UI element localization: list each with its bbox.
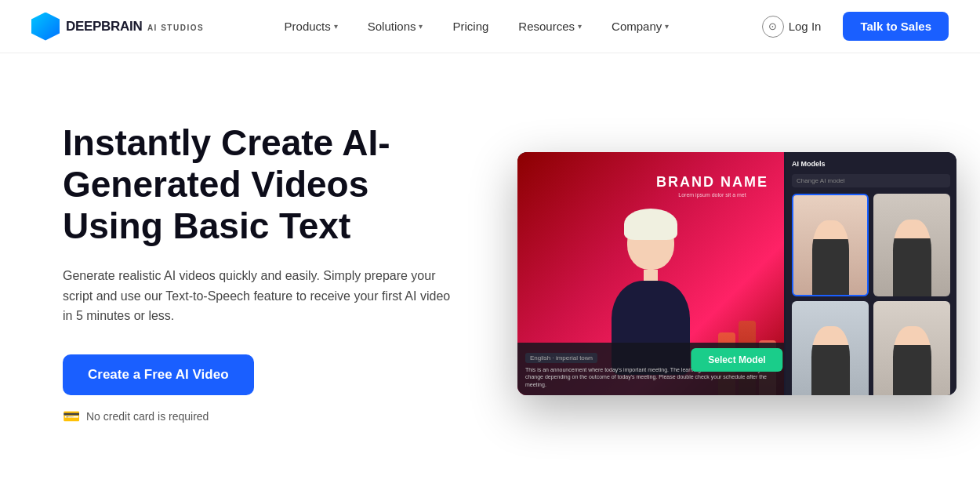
hero-description: Generate realistic AI videos quickly and… — [63, 266, 455, 326]
model-card-4[interactable] — [873, 301, 950, 395]
select-model-button[interactable]: Select Model — [691, 348, 782, 372]
main-content: Instantly Create AI-Generated Videos Usi… — [0, 53, 980, 494]
credit-card-icon: 💳 — [63, 408, 80, 425]
nav-resources[interactable]: Resources ▾ — [506, 13, 594, 39]
ai-models-panel: AI Models Change AI model — [786, 152, 956, 395]
model-figure-2 — [893, 220, 931, 296]
model-figure-1 — [812, 220, 849, 295]
brand-overlay: BRAND NAME Lorem ipsum dolor sit a met — [656, 174, 768, 198]
logo: DEEPBRAIN AI STUDIOS — [31, 13, 204, 41]
chevron-down-icon: ▾ — [419, 22, 423, 31]
logo-brand: DEEPBRAIN — [66, 19, 142, 34]
navbar: DEEPBRAIN AI STUDIOS Products ▾ Solution… — [0, 0, 980, 53]
logo-icon — [31, 13, 60, 41]
model-figure-3 — [811, 326, 850, 395]
hero-right: BRAND NAME Lorem ipsum dolor sit a met — [517, 152, 956, 395]
chevron-down-icon: ▾ — [578, 22, 582, 31]
model-card-3[interactable] — [792, 301, 869, 395]
nav-pricing[interactable]: Pricing — [440, 13, 501, 39]
create-free-video-button[interactable]: Create a Free AI Video — [63, 354, 254, 395]
nav-links: Products ▾ Solutions ▾ Pricing Resources… — [272, 13, 682, 39]
user-icon: ⊙ — [762, 16, 784, 38]
model-figure-4 — [893, 326, 931, 395]
login-button[interactable]: ⊙ Log In — [750, 9, 834, 44]
avatar-hair — [624, 209, 677, 240]
nav-right: ⊙ Log In Talk to Sales — [750, 9, 949, 44]
panel-title: AI Models — [792, 160, 950, 168]
chevron-down-icon: ▾ — [334, 22, 338, 31]
nav-products[interactable]: Products ▾ — [272, 13, 350, 39]
panel-search[interactable]: Change AI model — [792, 174, 950, 187]
preview-container: BRAND NAME Lorem ipsum dolor sit a met — [517, 152, 956, 395]
hero-title: Instantly Create AI-Generated Videos Usi… — [63, 122, 470, 247]
logo-sub: AI STUDIOS — [147, 24, 204, 32]
language-badge: English · imperial town — [525, 353, 597, 363]
model-card-2[interactable] — [873, 194, 950, 296]
talk-to-sales-button[interactable]: Talk to Sales — [843, 12, 949, 41]
nav-company[interactable]: Company ▾ — [599, 13, 681, 39]
model-grid — [792, 194, 950, 395]
chevron-down-icon: ▾ — [665, 22, 669, 31]
model-card-1[interactable] — [792, 194, 869, 296]
avatar-head — [627, 215, 674, 270]
hero-left: Instantly Create AI-Generated Videos Usi… — [63, 122, 470, 424]
nav-solutions[interactable]: Solutions ▾ — [355, 13, 436, 39]
no-credit-label: 💳 No credit card is required — [63, 408, 470, 425]
